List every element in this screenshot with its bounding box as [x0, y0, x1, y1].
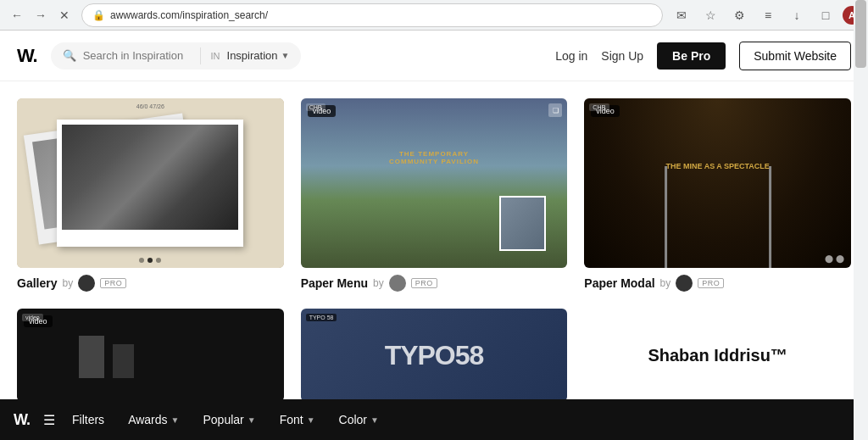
paper-modal-pro-badge: PRO [698, 278, 724, 288]
paper-modal-bg: THE MINE AS A SPECTACLE ⬤ ⬤ [584, 98, 851, 268]
reload-button[interactable]: ✕ [54, 5, 75, 25]
address-bar[interactable]: 🔒 awwwards.com/inspiration_search/ [81, 3, 663, 27]
paper-modal-avatar [676, 275, 693, 292]
paper-modal-id-badge: CHR [589, 103, 609, 111]
paper-menu-id-badge: CHR [306, 103, 326, 111]
search-input[interactable] [83, 49, 190, 62]
bottom-mid-bg: TYPO58 [301, 309, 568, 402]
paper-modal-by: by [660, 277, 671, 289]
paper-menu-title: Paper Menu [301, 276, 368, 290]
bottom-left-bg [17, 309, 284, 402]
pm-text: THE TEMPORARYCOMMUNITY PAVILION [389, 150, 479, 165]
bookmark-icon[interactable]: ✉ [670, 3, 693, 27]
bottom-mid-card[interactable]: TYPO58 TYPO 58 [301, 309, 568, 402]
gallery-avatar [78, 275, 95, 292]
card-grid-row1: 46/0 47/26 Gallery by P [17, 98, 851, 292]
bmid-text: TYPO58 [385, 340, 484, 371]
bottom-mid-id-badge: TYPO 58 [306, 314, 337, 321]
category-value: Inspiration [227, 49, 278, 62]
pm-portrait [499, 196, 546, 251]
paper-menu-card-info: Paper Menu by PRO [301, 275, 568, 292]
tunnel-rails [665, 166, 771, 268]
gallery-title: Gallery [17, 276, 57, 290]
gallery-thumbnail: 46/0 47/26 [17, 98, 284, 268]
scrollbar[interactable] [854, 0, 868, 402]
back-button[interactable]: ← [7, 5, 27, 25]
scrollbar-thumb[interactable] [855, 0, 866, 68]
paper-menu-card[interactable]: THE TEMPORARYCOMMUNITY PAVILION video CH… [301, 98, 568, 292]
paper-menu-avatar [389, 275, 406, 292]
gallery-card-info: Gallery by PRO [17, 275, 284, 292]
window-icon[interactable]: □ [814, 3, 837, 27]
dot2 [147, 258, 153, 263]
signup-link[interactable]: Sign Up [601, 49, 643, 63]
paper-modal-card-info: Paper Modal by PRO [584, 275, 851, 292]
search-bar[interactable]: 🔍 IN Inspiration ▼ [51, 42, 302, 70]
gallery-pro-badge: PRO [100, 278, 126, 288]
browser-controls: ← → ✕ [7, 5, 75, 25]
lock-icon: 🔒 [92, 9, 105, 21]
gallery-card[interactable]: 46/0 47/26 Gallery by P [17, 98, 284, 292]
filter-bar: W. ☰ Filters Awards ▼ Popular ▼ Font ▼ C… [0, 399, 854, 402]
dot1 [139, 258, 144, 263]
menu-icon[interactable]: ≡ [756, 3, 780, 27]
navbar: W. 🔍 IN Inspiration ▼ Log in Sign Up Be … [0, 31, 868, 81]
site-logo[interactable]: W. [17, 45, 37, 67]
bottom-left-id-badge: video [22, 314, 43, 321]
gallery-by: by [62, 277, 73, 289]
bleft-shape2 [113, 344, 134, 378]
pmod-text: THE MINE AS A SPECTACLE [665, 162, 769, 170]
login-link[interactable]: Log in [555, 49, 587, 63]
paper-modal-title: Paper Modal [584, 276, 654, 290]
paper-menu-bg: THE TEMPORARYCOMMUNITY PAVILION [301, 98, 568, 268]
bepro-button[interactable]: Be Pro [657, 42, 726, 70]
corner-tag: 46/0 47/26 [136, 103, 164, 109]
main-content: 46/0 47/26 Gallery by P [0, 81, 868, 402]
browser-actions: ✉ ☆ ⚙ ≡ ↓ □ A [670, 3, 861, 27]
card-grid-row2: video video TYPO58 TYPO 58 Shaban Iddris… [17, 309, 851, 402]
shaban-title-text: Shaban Iddrisu™ [648, 346, 787, 365]
bottom-left-thumbnail: video video [17, 309, 284, 402]
bottom-left-card[interactable]: video video [17, 309, 284, 402]
paper-menu-thumbnail: THE TEMPORARYCOMMUNITY PAVILION video CH… [301, 98, 568, 268]
paper-menu-pro-badge: PRO [411, 278, 437, 288]
search-icon: 🔍 [63, 49, 76, 62]
shaban-title-container: Shaban Iddrisu™ [584, 309, 851, 402]
pmod-nav: ⬤ ⬤ [825, 254, 844, 263]
paper-modal-thumbnail: THE MINE AS A SPECTACLE ⬤ ⬤ video CHR [584, 98, 851, 268]
bleft-shape1 [79, 336, 104, 378]
bottom-mid-thumbnail: TYPO58 TYPO 58 [301, 309, 568, 402]
dot3 [156, 258, 161, 263]
paper-menu-by: by [373, 277, 384, 289]
carousel-dots [139, 258, 161, 263]
search-category[interactable]: IN Inspiration ▼ [211, 49, 290, 62]
bottom-right-card: Shaban Iddrisu™ [584, 309, 851, 402]
submit-button[interactable]: Submit Website [739, 42, 851, 70]
chevron-down-icon: ▼ [281, 51, 290, 60]
front-polaroid [57, 120, 243, 247]
star-icon[interactable]: ☆ [698, 3, 722, 27]
category-prefix: IN [211, 51, 220, 61]
paper-menu-expand: ❏ [548, 103, 562, 117]
paper-modal-card[interactable]: THE MINE AS A SPECTACLE ⬤ ⬤ video CHR Pa… [584, 98, 851, 292]
bottom-left-shapes [70, 327, 231, 383]
browser-chrome: ← → ✕ 🔒 awwwards.com/inspiration_search/… [0, 0, 868, 31]
download-icon[interactable]: ↓ [785, 3, 809, 27]
forward-button[interactable]: → [31, 5, 51, 25]
extension-icon[interactable]: ⚙ [727, 3, 751, 27]
url-text: awwwards.com/inspiration_search/ [110, 9, 268, 21]
